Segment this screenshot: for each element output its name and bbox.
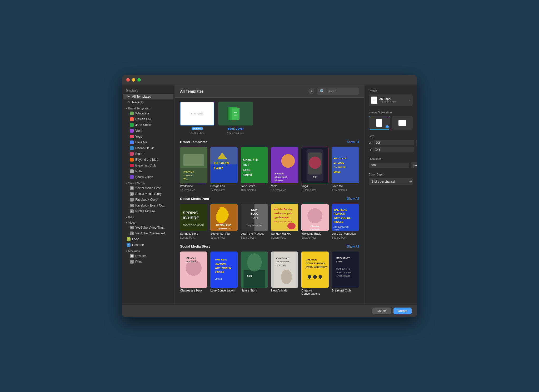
sidebar-item-social-story[interactable]: ▣ Social Media Story <box>123 191 173 197</box>
sidebar-item-viola[interactable]: Viola <box>123 128 173 134</box>
preset-selector[interactable]: A6 Paper 105 × 148 mm › <box>369 94 413 106</box>
landscape-orientation[interactable] <box>392 116 413 130</box>
template-card-yoga[interactable]: Elle Yoga 18 templates <box>301 147 328 192</box>
minimize-button[interactable] <box>132 78 135 82</box>
content-title: All Templates <box>180 89 204 93</box>
preset-thumb-book-cover[interactable]: BOOK COVER Book Cover 174 × 246 mm <box>218 102 253 135</box>
sidebar-item-social-post[interactable]: ▦ Social Media Post <box>123 185 173 191</box>
portrait-orientation[interactable]: ✓ <box>369 116 390 130</box>
close-button[interactable] <box>126 78 130 82</box>
sidebar-item-design-fair[interactable]: Design Fair <box>123 116 173 122</box>
template-card-love-conv[interactable]: THE REAL REASON WHY YOU'RE SINGLE A CONV… <box>332 204 359 239</box>
brand-icon-jane-smith <box>130 123 134 127</box>
resolution-input[interactable] <box>369 163 409 168</box>
sidebar-group-mockups[interactable]: ▾ Mockups <box>122 248 174 253</box>
search-box: 🔍 <box>317 88 359 95</box>
svg-text:BREAKFAST: BREAKFAST <box>336 257 350 259</box>
sidebar-group-video[interactable]: ▾ Video <box>122 219 174 225</box>
template-card-love-me[interactable]: FOR THOSE OF LOVE ON THESE LINES Love Me… <box>332 147 359 192</box>
help-button[interactable]: ? <box>308 88 314 94</box>
template-card-story-4[interactable]: NEW ARRIVALS Now available on the web sh… <box>271 252 298 295</box>
sidebar-item-resume[interactable]: ≡ Resume <box>123 242 173 248</box>
whitepine-name: Whitepine <box>180 184 207 188</box>
chevron-down-icon-video: ▾ <box>126 221 127 224</box>
height-input[interactable] <box>373 147 414 152</box>
sidebar-group-social[interactable]: ▾ Social Media <box>122 180 174 185</box>
template-card-welcome[interactable]: Classes are back Welcome Back Square Pos… <box>301 204 328 239</box>
sidebar: Templates ⊞ All Templates ⏱ Recents ▾ Br… <box>122 85 175 305</box>
jane-smith-thumb-inner: APRIL 7TH 2022 JANE SMITH <box>241 147 268 183</box>
social-story-show-all[interactable]: Show All <box>347 245 359 248</box>
svg-rect-71 <box>213 252 235 288</box>
sidebar-item-love-me[interactable]: Love Me <box>123 139 173 145</box>
template-card-viola[interactable]: a bunch of our best blooms Viola 17 temp… <box>271 147 298 192</box>
template-card-design-fair[interactable]: DESIGN FAIR Design Fair 17 templates <box>210 147 237 192</box>
preset-thumb-default[interactable]: 5120 × 2880 Default 5120 × 2880 <box>180 102 214 135</box>
color-depth-select[interactable]: 8-bits per channel 16-bits per channel 3… <box>369 178 413 185</box>
template-card-story-5[interactable]: CREATIVE CONVERSATIONS EVERY WEDNESDAY C… <box>301 252 328 295</box>
selected-checkmark: ✓ <box>386 125 389 128</box>
welcome-name: Welcome Back <box>301 232 328 235</box>
width-input[interactable] <box>374 140 414 145</box>
svg-text:CREATIVE: CREATIVE <box>306 259 317 261</box>
brand-icon-breakfast <box>130 164 134 167</box>
design-fair-thumb-inner: DESIGN FAIR <box>210 147 237 183</box>
unit-select[interactable]: mm px cm in <box>416 140 417 145</box>
sidebar-item-breakfast-club[interactable]: Breakfast Club <box>123 163 173 168</box>
sidebar-item-profile-picture[interactable]: ◉ Profile Picture <box>123 208 173 214</box>
sidebar-item-yoga[interactable]: Yoga <box>123 134 173 139</box>
default-dims-label: 5120 × 2880 <box>191 113 203 115</box>
sidebar-group-print[interactable]: ▸ Print <box>122 214 174 219</box>
title-bar <box>122 75 417 85</box>
template-card-story-6[interactable]: BREAKFAST CLUB EAT BRUNCH & HEAR LOCAL D… <box>332 252 359 295</box>
jane-smith-thumb: APRIL 7TH 2022 JANE SMITH <box>241 147 268 183</box>
social-post-show-all[interactable]: Show All <box>347 197 359 200</box>
sidebar-item-yt-art[interactable]: ▷ YouTube Channel Art <box>123 230 173 236</box>
template-card-story-3[interactable]: 56% Nature Story <box>241 252 268 295</box>
sidebar-item-beyond-the-idea[interactable]: Beyond the Idea <box>123 157 173 163</box>
sidebar-item-facebook-cover[interactable]: ▬ Facebook Cover <box>123 197 173 203</box>
spring-thumb: SPRING IS HERE AND WE GO SOAR <box>180 204 207 231</box>
svg-text:IT'S TIME: IT'S TIME <box>183 171 194 173</box>
learn-thumb-inner: NEW BLOG POST Using palette knives <box>241 204 268 231</box>
template-card-sunday[interactable]: Visit the Sunday market and pick up a bo… <box>271 204 298 239</box>
create-button[interactable]: Create <box>393 308 412 314</box>
story-4-svg: NEW ARRIVALS Now available on the web sh… <box>271 252 298 288</box>
svg-text:CONVERSATIONS: CONVERSATIONS <box>306 262 325 265</box>
search-input[interactable] <box>326 89 356 93</box>
sidebar-item-print-mockup[interactable]: 🖨 Print <box>123 259 173 265</box>
template-card-spring[interactable]: SPRING IS HERE AND WE GO SOAR Spring is … <box>180 204 207 239</box>
sidebar-item-facebook-event[interactable]: ◈ Facebook Event Co... <box>123 203 173 208</box>
story-2-thumb: THE REAL REASON WHY YOU'RE SINGLE LOVEME <box>210 252 237 288</box>
sidebar-item-sharp-vision[interactable]: Sharp Vision <box>123 174 173 180</box>
svg-point-30 <box>309 157 321 169</box>
sidebar-item-recents[interactable]: ⏱ Recents <box>123 99 173 105</box>
sidebar-item-yt-thumb[interactable]: ▶ YouTube Video Thu... <box>123 225 173 230</box>
sidebar-item-ocean-of-life[interactable]: Ocean Of Life <box>123 145 173 151</box>
template-card-story-1[interactable]: Classes are back Classes are back <box>180 252 207 295</box>
template-card-story-2[interactable]: THE REAL REASON WHY YOU'RE SINGLE LOVEME… <box>210 252 237 295</box>
story-1-name: Classes are back <box>180 289 207 292</box>
sidebar-item-devices[interactable]: ⬜ Devices <box>123 253 173 259</box>
svg-rect-78 <box>243 270 265 288</box>
profile-pic-icon: ◉ <box>130 209 134 213</box>
yt-thumb-icon: ▶ <box>130 226 134 229</box>
template-card-whitepine[interactable]: IT'S TIME TO GET WI... Whitepine 17 temp… <box>180 147 207 192</box>
template-card-learn[interactable]: NEW BLOG POST Using palette knives Learn… <box>241 204 268 239</box>
sidebar-item-bloom[interactable]: Bloom <box>123 151 173 157</box>
brand-icon-ocean <box>130 146 134 150</box>
sidebar-item-nula[interactable]: Nula <box>123 168 173 174</box>
svg-text:Using palette knives: Using palette knives <box>247 224 262 227</box>
sidebar-item-logo[interactable]: A Logo <box>123 236 173 242</box>
sidebar-item-jane-smith[interactable]: Jane Smith <box>123 122 173 128</box>
resolution-unit-select[interactable]: pixels/inch pixels/cm <box>411 162 417 168</box>
sidebar-item-whitepine[interactable]: Whitepine <box>123 110 173 116</box>
sidebar-item-all-templates[interactable]: ⊞ All Templates <box>123 94 173 99</box>
cancel-button[interactable]: Cancel <box>372 308 391 314</box>
svg-text:BLOG: BLOG <box>250 212 258 215</box>
template-card-september[interactable]: DESIGN FAIR September 201 September Fair… <box>210 204 237 239</box>
sidebar-group-brand[interactable]: ▾ Brand Templates <box>122 105 174 110</box>
template-card-jane-smith[interactable]: APRIL 7TH 2022 JANE SMITH Jane Smith 18 … <box>241 147 268 192</box>
brand-templates-show-all[interactable]: Show All <box>347 140 359 144</box>
maximize-button[interactable] <box>137 78 141 82</box>
